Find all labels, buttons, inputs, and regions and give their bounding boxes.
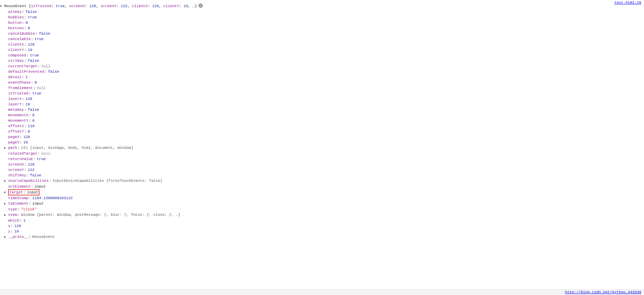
source-capabilities-expand-arrow[interactable] [4, 178, 8, 184]
prop-relatedTarget: relatedTarget:null [4, 151, 644, 156]
header-expand-arrow[interactable] [0, 3, 4, 9]
prop-movementX: movementX:0 [4, 112, 644, 118]
status-bar: http://blog.csdn.net/python_443530 [0, 289, 644, 295]
toElement-expand-arrow[interactable] [4, 201, 8, 207]
prop-x: x:128 [4, 223, 644, 229]
prop-srcElement: srcElement:input [4, 184, 644, 189]
prop-buttons: buttons:0 [4, 25, 644, 31]
prop-eventPhase: eventPhase:0 [4, 80, 644, 85]
prop-button: button:0 [4, 20, 644, 25]
status-url[interactable]: http://blog.csdn.net/python_443530 [565, 290, 641, 294]
prop-returnValue: returnValue:true [4, 156, 644, 162]
target-expand-arrow[interactable] [4, 189, 8, 195]
target-highlight-box: target:input [8, 189, 39, 195]
prop-movementY: movementY:0 [4, 118, 644, 123]
prop-which: which:1 [4, 218, 644, 223]
prop-type: type:"click" [4, 207, 644, 212]
prop-path[interactable]: path:(6) [input, div#app, body, html, do… [4, 145, 644, 151]
prop-layerX: layerX:128 [4, 96, 644, 102]
prop-cancelBubble: cancelBubble:false [4, 31, 644, 36]
event-header-text: MouseEvent {isTrusted: true, screenX: 12… [4, 3, 197, 9]
prop-screenX: screenX:128 [4, 162, 644, 167]
prop-offsetX: offsetX:119 [4, 123, 644, 129]
prop-proto[interactable]: __proto__:MouseEvent [4, 234, 644, 240]
prop-clientX: clientX:128 [4, 42, 644, 47]
prop-metaKey: metaKey:false [4, 107, 644, 112]
devtools-panel: test.html:20 MouseEvent {isTrusted: true… [0, 0, 644, 295]
path-expand-arrow[interactable] [4, 145, 8, 151]
prop-bubbles: bubbles:true [4, 15, 644, 20]
prop-currentTarget: currentTarget:null [4, 64, 644, 69]
prop-shiftKey: shiftKey:false [4, 173, 644, 178]
proto-expand-arrow[interactable] [4, 234, 8, 240]
prop-ctrlKey: ctrlKey:false [4, 58, 644, 64]
info-icon[interactable]: i [198, 3, 203, 8]
prop-fromElement: fromElement:null [4, 85, 644, 91]
prop-defaultPrevented: defaultPrevented:false [4, 69, 644, 74]
prop-offsetY: offsetY:8 [4, 129, 644, 134]
prop-toElement[interactable]: toElement:input [4, 201, 644, 207]
prop-sourceCapabilities[interactable]: sourceCapabilities:InputDeviceCapabiliti… [4, 178, 644, 184]
prop-y: y:19 [4, 229, 644, 234]
prop-clientY: clientY:19 [4, 47, 644, 53]
prop-target[interactable]: target:input [4, 189, 644, 195]
prop-screenY: screenY:122 [4, 167, 644, 173]
view-expand-arrow[interactable] [4, 212, 8, 218]
console-content: MouseEvent {isTrusted: true, screenX: 12… [0, 1, 644, 241]
file-link[interactable]: test.html:20 [612, 0, 644, 5]
prop-timeStamp: timeStamp:1104.1500000283122 [4, 195, 644, 201]
prop-composed: composed:true [4, 53, 644, 58]
prop-view[interactable]: view:Window {parent: Window, postMessage… [4, 212, 644, 218]
prop-layerY: layerY:19 [4, 102, 644, 107]
prop-altKey: altKey:false [4, 9, 644, 15]
prop-cancelable: cancelable:true [4, 36, 644, 42]
prop-detail: detail:1 [4, 74, 644, 80]
prop-pageY: pageY:19 [4, 140, 644, 145]
event-header-line[interactable]: MouseEvent {isTrusted: true, screenX: 12… [0, 3, 644, 9]
prop-pageX: pageX:128 [4, 134, 644, 140]
prop-isTrusted: isTrusted:true [4, 91, 644, 96]
